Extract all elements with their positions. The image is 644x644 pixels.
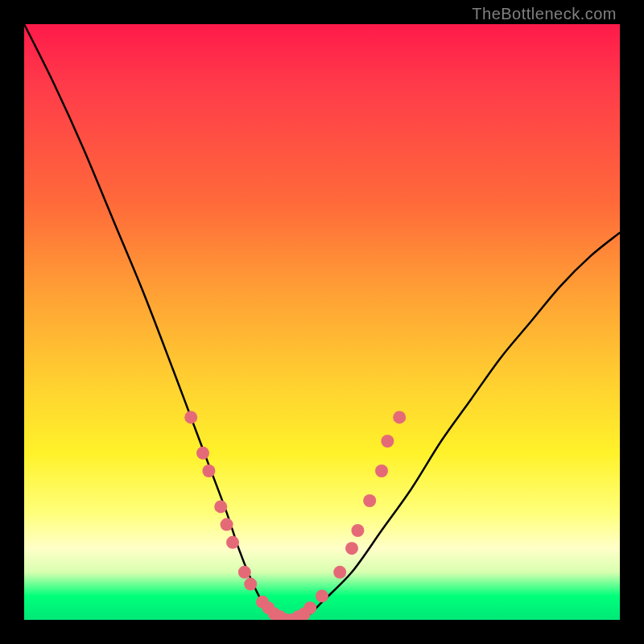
marker-dot [238,566,251,579]
marker-dot [381,435,394,448]
marker-dot [244,578,257,591]
marker-dot [184,411,197,423]
marker-dot [333,566,346,579]
marker-dot [214,500,227,513]
plot-area [24,24,620,620]
chart-frame: TheBottleneck.com [0,0,644,644]
watermark-text: TheBottleneck.com [472,5,617,23]
marker-group [184,411,406,620]
marker-dot [226,536,239,549]
marker-dot [202,464,215,477]
marker-dot [345,542,358,555]
marker-dot [221,518,233,531]
marker-dot [316,589,328,602]
marker-dot [351,524,364,537]
marker-dot [393,411,406,423]
marker-dot [303,601,316,614]
chart-svg [24,24,620,620]
marker-dot [363,494,376,507]
marker-dot [196,447,209,460]
bottleneck-curve [24,24,620,620]
marker-dot [375,464,388,477]
